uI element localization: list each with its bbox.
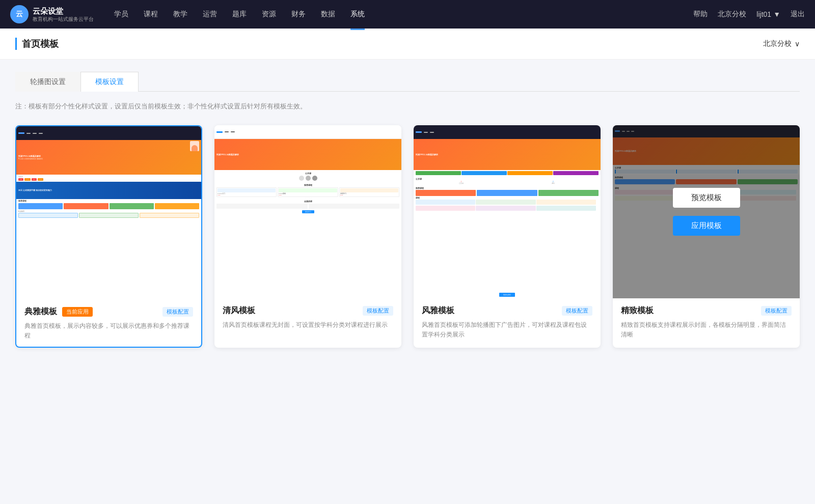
template-overlay-refined: 预览模板 应用模板 xyxy=(613,125,800,298)
school-link[interactable]: 北京分校 xyxy=(718,10,746,19)
main-content: 轮播图设置 模板设置 注：模板有部分个性化样式设置，设置后仅当前模板生效；非个性… xyxy=(0,60,815,360)
template-desc-elegant2: 风雅首页模板可添加轮播图下广告图片，可对课程及课程包设置学科分类展示 xyxy=(422,320,592,340)
nav-link-resources[interactable]: 资源 xyxy=(262,8,276,21)
dropdown-arrow-icon: ▼ xyxy=(773,10,780,18)
school-name: 北京分校 xyxy=(763,39,792,48)
template-name-elegant2: 风雅模板 xyxy=(422,305,454,316)
template-name-row-refined: 精致模板 模板配置 xyxy=(621,305,792,316)
note-text: 注：模板有部分个性化样式设置，设置后仅当前模板生效；非个性化样式设置后针对所有模… xyxy=(15,102,800,111)
page-title: 首页模板 xyxy=(15,38,59,50)
user-dropdown[interactable]: lijt01 ▼ xyxy=(756,10,780,18)
template-footer-elegant2: 风雅模板 模板配置 风雅首页模板可添加轮播图下广告图片，可对课程及课程包设置学科… xyxy=(414,298,601,346)
logo[interactable]: 云 云朵设堂 教育机构一站式服务云平台 xyxy=(10,5,94,23)
nav-link-finance[interactable]: 财务 xyxy=(291,8,306,21)
template-desc-refined: 精致首页模板支持课程展示封面，各模板分隔明显，界面简洁清晰 xyxy=(621,320,792,340)
nav-link-teaching[interactable]: 教学 xyxy=(173,8,187,21)
chevron-down-icon: ∨ xyxy=(795,40,800,48)
apply-template-button[interactable]: 应用模板 xyxy=(673,216,740,236)
nav-link-system[interactable]: 系统 xyxy=(350,8,365,21)
nav-link-courses[interactable]: 课程 xyxy=(144,8,158,21)
badge-config-elegant2[interactable]: 模板配置 xyxy=(562,306,592,316)
template-name-row-elegant2: 风雅模板 模板配置 xyxy=(422,305,592,316)
template-desc-elegant: 典雅首页模板，展示内容较多，可以展示优惠券和多个推荐课程 xyxy=(24,321,193,341)
nav-link-operation[interactable]: 运营 xyxy=(203,8,217,21)
badge-current-elegant: 当前应用 xyxy=(62,307,93,317)
nav-link-data[interactable]: 数据 xyxy=(321,8,335,21)
badge-config-elegant[interactable]: 模板配置 xyxy=(162,307,193,317)
template-footer-clean: 清风模板 模板配置 清风首页模板课程无封面，可设置按学科分类对课程进行展示 xyxy=(214,298,401,336)
template-preview-elegant[interactable]: 托福TPO1-54真题及解析 P+关系 口语填写·逻辑填充·通顺填写 优惠券 ¥… xyxy=(16,126,201,299)
help-link[interactable]: 帮助 xyxy=(693,10,708,19)
template-preview-refined[interactable]: 托福TPO1-54真题及解析 公开课 推荐课程 xyxy=(613,125,800,298)
brand-sub: 教育机构一站式服务云平台 xyxy=(33,16,94,22)
school-selector[interactable]: 北京分校 ∨ xyxy=(763,39,800,48)
nav-link-students[interactable]: 学员 xyxy=(114,8,128,21)
badge-config-clean[interactable]: 模板配置 xyxy=(363,306,393,316)
username: lijt01 xyxy=(756,10,771,18)
template-name-row-clean: 清风模板 模板配置 xyxy=(223,305,393,316)
nav-links: 学员 课程 教学 运营 题库 资源 财务 数据 系统 xyxy=(114,8,693,21)
templates-grid: 托福TPO1-54真题及解析 P+关系 口语填写·逻辑填充·通顺填写 优惠券 ¥… xyxy=(15,125,800,348)
template-card-clean: 托福TPO1-54真题及解析 公开课 推荐课程 xyxy=(214,125,401,348)
top-navigation: 云 云朵设堂 教育机构一站式服务云平台 学员 课程 教学 运营 题库 资源 财务… xyxy=(0,0,815,29)
template-name-row-elegant: 典雅模板 当前应用 模板配置 xyxy=(24,306,193,317)
tab-carousel[interactable]: 轮播图设置 xyxy=(15,72,80,92)
brand-name: 云朵设堂 xyxy=(33,6,94,16)
preview-template-button[interactable]: 预览模板 xyxy=(673,188,740,208)
page-header: 首页模板 北京分校 ∨ xyxy=(0,29,815,60)
template-preview-elegant2[interactable]: 托福TPO1-54真题及解析 公开课 xyxy=(414,125,601,298)
logout-link[interactable]: 退出 xyxy=(791,10,805,19)
badge-config-refined[interactable]: 模板配置 xyxy=(761,306,792,316)
template-name-refined: 精致模板 xyxy=(621,305,654,316)
template-name-clean: 清风模板 xyxy=(223,305,255,316)
template-footer-refined: 精致模板 模板配置 精致首页模板支持课程展示封面，各模板分隔明显，界面简洁清晰 xyxy=(613,298,800,346)
tabs-container: 轮播图设置 模板设置 xyxy=(15,72,800,92)
template-footer-elegant: 典雅模板 当前应用 模板配置 典雅首页模板，展示内容较多，可以展示优惠券和多个推… xyxy=(16,299,201,347)
template-card-elegant: 托福TPO1-54真题及解析 P+关系 口语填写·逻辑填充·通顺填写 优惠券 ¥… xyxy=(15,125,202,348)
template-card-elegant2: 托福TPO1-54真题及解析 公开课 xyxy=(414,125,601,348)
template-desc-clean: 清风首页模板课程无封面，可设置按学科分类对课程进行展示 xyxy=(223,320,393,330)
tab-template[interactable]: 模板设置 xyxy=(80,72,139,92)
nav-link-questions[interactable]: 题库 xyxy=(232,8,247,21)
logo-icon: 云 xyxy=(10,5,29,23)
template-name-elegant: 典雅模板 xyxy=(24,306,57,317)
nav-right: 帮助 北京分校 lijt01 ▼ 退出 xyxy=(693,10,805,19)
template-preview-clean[interactable]: 托福TPO1-54真题及解析 公开课 推荐课程 xyxy=(214,125,401,298)
template-card-refined: 托福TPO1-54真题及解析 公开课 推荐课程 xyxy=(613,125,800,348)
